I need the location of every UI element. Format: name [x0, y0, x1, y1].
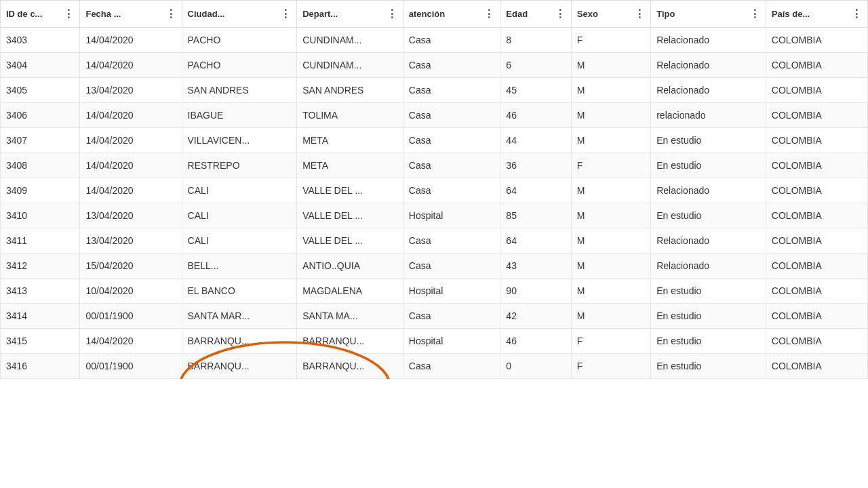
column-label: ID de c... — [6, 9, 42, 19]
column-label: País de... — [772, 9, 810, 19]
table-container: ID de c...⋮Fecha ...⋮Ciudad...⋮Depart...… — [0, 0, 868, 379]
cell-depart: SANTA MA... — [297, 304, 403, 329]
table-row: 340714/04/2020VILLAVICEN...METACasa44MEn… — [1, 128, 868, 153]
cell-edad: 46 — [500, 103, 571, 128]
cell-atencion: Casa — [403, 354, 500, 379]
cell-id: 3406 — [1, 103, 80, 128]
cell-id: 3404 — [1, 53, 80, 78]
cell-tipo: En estudio — [651, 279, 766, 304]
cell-atencion: Casa — [403, 228, 500, 253]
column-menu-icon[interactable]: ⋮ — [484, 7, 494, 20]
cell-tipo: En estudio — [651, 128, 766, 153]
column-label: Depart... — [302, 9, 338, 19]
column-menu-icon[interactable]: ⋮ — [555, 7, 566, 20]
cell-depart: BARRANQU... — [297, 354, 403, 379]
cell-pais: COLOMBIA — [766, 128, 867, 153]
cell-fecha: 14/04/2020 — [80, 103, 182, 128]
cell-ciudad: IBAGUE — [182, 103, 297, 128]
cell-depart: VALLE DEL ... — [297, 228, 403, 253]
cell-ciudad: SANTA MAR... — [182, 304, 297, 329]
cell-tipo: En estudio — [651, 153, 766, 178]
cell-depart: VALLE DEL ... — [297, 178, 403, 203]
cell-ciudad: PACHO — [182, 53, 297, 78]
column-label: Sexo — [577, 9, 598, 19]
column-label: atención — [409, 9, 445, 19]
cell-id: 3408 — [1, 153, 80, 178]
cell-ciudad: BELL... — [182, 253, 297, 279]
cell-pais: COLOMBIA — [766, 253, 867, 279]
column-header-pais: País de...⋮ — [766, 1, 867, 28]
cell-fecha: 14/04/2020 — [80, 53, 182, 78]
cell-sexo: M — [571, 203, 650, 228]
cell-edad: 6 — [500, 53, 571, 78]
cell-sexo: F — [571, 354, 650, 379]
column-menu-icon[interactable]: ⋮ — [280, 7, 291, 20]
cell-atencion: Casa — [403, 28, 500, 53]
cell-id: 3410 — [1, 203, 80, 228]
cell-ciudad: CALI — [182, 178, 297, 203]
column-header-fecha: Fecha ...⋮ — [80, 1, 182, 28]
column-menu-icon[interactable]: ⋮ — [851, 7, 862, 20]
column-menu-icon[interactable]: ⋮ — [63, 7, 74, 20]
column-menu-icon[interactable]: ⋮ — [634, 7, 645, 20]
cell-fecha: 14/04/2020 — [80, 128, 182, 153]
table-row: 341400/01/1900SANTA MAR...SANTA MA...Cas… — [1, 304, 868, 329]
cell-ciudad: CALI — [182, 203, 297, 228]
table-row: 341600/01/1900BARRANQU...BARRANQU...Casa… — [1, 354, 868, 379]
table-row: 341113/04/2020CALIVALLE DEL ...Casa64MRe… — [1, 228, 868, 253]
cell-id: 3411 — [1, 228, 80, 253]
table-row: 340814/04/2020RESTREPOMETACasa36FEn estu… — [1, 153, 868, 178]
cell-depart: META — [297, 153, 403, 178]
cell-edad: 36 — [500, 153, 571, 178]
table-row: 341310/04/2020EL BANCOMAGDALENAHospital9… — [1, 279, 868, 304]
cell-tipo: Relacionado — [651, 28, 766, 53]
cell-atencion: Casa — [403, 128, 500, 153]
cell-pais: COLOMBIA — [766, 329, 867, 354]
cell-ciudad: SAN ANDRES — [182, 78, 297, 103]
cell-edad: 45 — [500, 78, 571, 103]
cell-tipo: relacionado — [651, 103, 766, 128]
cell-edad: 85 — [500, 203, 571, 228]
column-header-tipo: Tipo⋮ — [651, 1, 766, 28]
cell-id: 3412 — [1, 253, 80, 279]
table-row: 340314/04/2020PACHOCUNDINAM...Casa8FRela… — [1, 28, 868, 53]
cell-edad: 43 — [500, 253, 571, 279]
cell-fecha: 00/01/1900 — [80, 354, 182, 379]
cell-edad: 44 — [500, 128, 571, 153]
table-row: 340914/04/2020CALIVALLE DEL ...Casa64MRe… — [1, 178, 868, 203]
cell-fecha: 13/04/2020 — [80, 78, 182, 103]
cell-depart: SAN ANDRES — [297, 78, 403, 103]
cell-id: 3403 — [1, 28, 80, 53]
cell-sexo: M — [571, 53, 650, 78]
cell-pais: COLOMBIA — [766, 203, 867, 228]
cell-tipo: Relacionado — [651, 53, 766, 78]
table-wrapper: ID de c...⋮Fecha ...⋮Ciudad...⋮Depart...… — [0, 0, 868, 379]
cell-ciudad: VILLAVICEN... — [182, 128, 297, 153]
cell-id: 3413 — [1, 279, 80, 304]
cell-tipo: Relacionado — [651, 228, 766, 253]
cell-tipo: Relacionado — [651, 78, 766, 103]
column-menu-icon[interactable]: ⋮ — [749, 7, 760, 20]
cell-fecha: 10/04/2020 — [80, 279, 182, 304]
column-menu-icon[interactable]: ⋮ — [387, 7, 397, 20]
cell-atencion: Casa — [403, 53, 500, 78]
cell-id: 3416 — [1, 354, 80, 379]
cell-depart: MAGDALENA — [297, 279, 403, 304]
cell-tipo: En estudio — [651, 203, 766, 228]
column-label: Tipo — [656, 9, 675, 19]
column-menu-icon[interactable]: ⋮ — [165, 7, 176, 20]
cell-id: 3405 — [1, 78, 80, 103]
cell-edad: 64 — [500, 228, 571, 253]
table-row: 341215/04/2020BELL...ANTIO..QUIACasa43MR… — [1, 253, 868, 279]
table-row: 340414/04/2020PACHOCUNDINAM...Casa6MRela… — [1, 53, 868, 78]
cell-pais: COLOMBIA — [766, 304, 867, 329]
cell-pais: COLOMBIA — [766, 354, 867, 379]
cell-id: 3414 — [1, 304, 80, 329]
cell-tipo: En estudio — [651, 304, 766, 329]
cell-depart: BARRANQU... — [297, 329, 403, 354]
cell-pais: COLOMBIA — [766, 178, 867, 203]
column-header-id: ID de c...⋮ — [1, 1, 80, 28]
cell-sexo: M — [571, 78, 650, 103]
cell-depart: TOLIMA — [297, 103, 403, 128]
cell-edad: 90 — [500, 279, 571, 304]
